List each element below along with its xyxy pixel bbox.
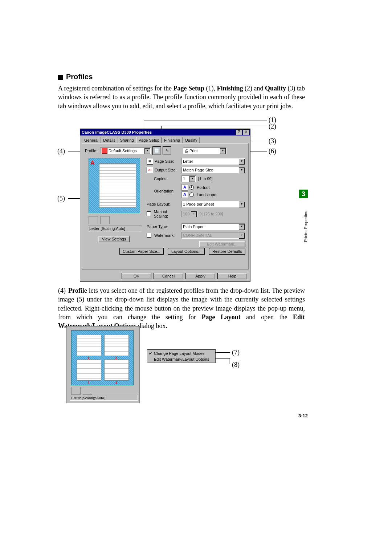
menu-edit-watermark-layout[interactable]: Edit Watermark/Layout Options (147, 356, 216, 362)
check-icon: ✔ (149, 351, 152, 356)
tab-strip: General Details Sharing Page Setup Finis… (80, 135, 250, 143)
context-menu: ✔ Change Page Layout Modes Edit Watermar… (147, 349, 216, 363)
chapter-tab: 3 (299, 190, 308, 198)
printer-icon: 🖨 (184, 149, 188, 153)
para4-number: (4) (58, 286, 68, 295)
tab-finishing[interactable]: Finishing (162, 137, 183, 143)
callout-8: (8) (232, 361, 240, 369)
close-button[interactable]: × (243, 129, 249, 135)
tab-general[interactable]: General (82, 137, 101, 143)
tray-icon (71, 387, 81, 395)
output-method-combo[interactable]: 🖨 Print ▼ (183, 147, 226, 154)
copies-label: Copies: (154, 177, 167, 181)
intro-paragraph: A registered combination of settings for… (58, 84, 305, 110)
apply-button[interactable]: Apply (185, 273, 215, 279)
edit-profile-button[interactable]: ✎ (163, 146, 171, 155)
copies-spinner[interactable]: 1♦ (181, 175, 196, 182)
chevron-down-icon[interactable]: ▼ (239, 202, 245, 207)
intro-text: A registered combination of settings for… (58, 85, 173, 92)
preview-caption: Letter [Scaling:Auto] (88, 226, 142, 231)
portrait-radio[interactable] (189, 185, 194, 190)
settings-fields: ▦Page Size: Letter▼ A↕Output Size: Match… (147, 158, 245, 250)
dialog-title: Canon imageCLASS D300 Properties (82, 130, 152, 134)
restore-defaults-button[interactable]: Restore Defaults (209, 248, 245, 255)
chevron-down-icon[interactable]: ▼ (144, 148, 150, 154)
titlebar: Canon imageCLASS D300 Properties ? × (80, 129, 250, 135)
preview-quadrant-1 (77, 335, 101, 356)
quadrant-num-1: 1 (77, 356, 101, 360)
watermark-checkbox[interactable] (147, 233, 151, 238)
properties-dialog: Canon imageCLASS D300 Properties ? × Gen… (80, 129, 250, 282)
portrait-label: Portrait (197, 185, 209, 190)
chevron-down-icon[interactable]: ▼ (239, 159, 245, 165)
page-layout-label: Page Layout: (147, 202, 170, 206)
paper-type-label: Paper Type: (147, 224, 168, 229)
paragraph-4: (4)Profile lets you select one of the re… (58, 286, 305, 330)
para4-profile-bold: Profile (68, 287, 87, 294)
page-size-combo[interactable]: Letter▼ (181, 158, 245, 165)
landscape-radio[interactable] (189, 193, 194, 197)
print-value: Print (189, 149, 198, 153)
manual-scaling-label: Manual Scaling: (154, 210, 179, 218)
tab-sharing[interactable]: Sharing (118, 137, 136, 143)
heading-text: Profiles (66, 73, 93, 81)
watermark-label: Watermark: (154, 233, 175, 238)
ok-button[interactable]: OK (122, 273, 151, 279)
callout-3: (3) (269, 137, 276, 145)
chevron-down-icon[interactable]: ▼ (239, 167, 245, 173)
scaling-spinner: 100♦ (181, 211, 197, 217)
watermark-combo: CONFIDENTIAL▼ (181, 232, 245, 239)
landscape-a-icon: A (181, 191, 188, 198)
callout-6: (6) (269, 147, 276, 155)
manual-scaling-checkbox[interactable] (147, 211, 151, 216)
output-size-combo[interactable]: Match Page Size▼ (181, 167, 245, 173)
callout-7: (7) (232, 349, 240, 356)
edit-watermark-button: Edit Watermark... (199, 241, 245, 247)
callout-4: (4) (57, 147, 65, 155)
callout-2: (2) (269, 123, 276, 130)
view-settings-button[interactable]: View Settings (98, 236, 130, 242)
bullet-square (58, 75, 63, 80)
preview-4up[interactable]: 1 2 3 4 (71, 330, 134, 385)
preview-area[interactable]: A Letter [Scaling:Auto] View Settings (85, 158, 143, 231)
layout-options-button[interactable]: Layout Options... (168, 248, 205, 255)
spinner-buttons[interactable]: ♦ (189, 176, 195, 182)
tab-quality[interactable]: Quality (182, 137, 200, 143)
intro-bold-page-setup: Page Setup (173, 85, 204, 92)
page-size-label: Page Size: (155, 159, 174, 163)
profile-combo[interactable]: Default Settings ▼ (100, 147, 151, 154)
page-layout-combo[interactable]: 1 Page per Sheet▼ (181, 201, 245, 207)
tab-details[interactable]: Details (101, 137, 118, 143)
page-number: 3-12 (298, 413, 308, 418)
add-profile-button[interactable]: 📄 (152, 146, 161, 155)
custom-paper-size-button[interactable]: Custom Paper Size... (119, 248, 164, 255)
profile-label: Profile: (85, 149, 99, 153)
quadrant-num-3: 3 (77, 381, 101, 385)
chevron-down-icon[interactable]: ▼ (239, 224, 245, 230)
help-button[interactable]: ? (236, 129, 242, 135)
quadrant-num-4: 4 (104, 381, 128, 385)
tab-body: Profile: Default Settings ▼ 📄 ✎ 🖨 Print … (82, 143, 249, 270)
output-size-icon: A↕ (147, 167, 153, 173)
quadrant-num-2: 2 (104, 356, 128, 360)
tab-page-setup[interactable]: Page Setup (136, 137, 162, 143)
preview-inner (99, 163, 136, 208)
spinner-buttons: ♦ (191, 211, 197, 217)
help-button-bottom[interactable]: Help (217, 273, 247, 279)
cancel-button[interactable]: Cancel (154, 273, 183, 279)
preview-page: A (89, 158, 140, 213)
page-size-icon: ▦ (147, 158, 153, 165)
tray-icon (89, 216, 98, 224)
chapter-label: Printer Properties (303, 202, 308, 242)
menu-change-page-layout[interactable]: ✔ Change Page Layout Modes (147, 351, 216, 356)
preview-orientation-a: A (90, 160, 95, 166)
preview-quadrant-3 (77, 360, 101, 381)
paper-type-combo[interactable]: Plain Paper▼ (181, 223, 245, 230)
intro-bold-quality: Quality (265, 85, 286, 92)
preview-quadrant-4 (104, 360, 129, 381)
preview-quadrant-2 (104, 335, 129, 356)
output-tray-icon (83, 387, 92, 395)
intro-bold-finishing: Finishing (217, 85, 243, 92)
chevron-down-icon[interactable]: ▼ (220, 148, 226, 154)
context-menu-figure: 1 2 3 4 Letter [Scaling:Auto] ✔ Change P… (66, 326, 161, 406)
